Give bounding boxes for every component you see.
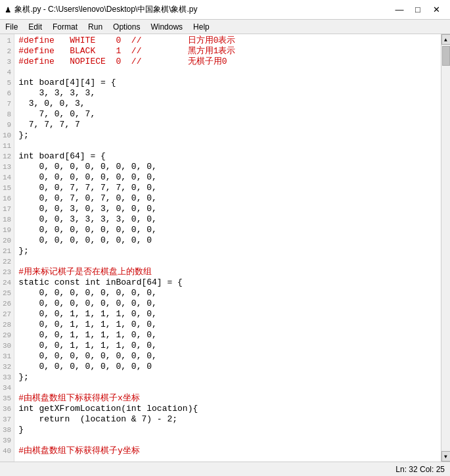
- editor-container: 1234567891011121314151617181920212223242…: [0, 34, 450, 462]
- title-bar-controls: — □ ✕: [391, 3, 445, 17]
- menu-item-format[interactable]: Format: [47, 20, 83, 34]
- minimize-button[interactable]: —: [391, 3, 408, 17]
- code-line: 0, 0, 0, 0, 0, 0, 0, 0,: [18, 172, 437, 183]
- code-line: #由棋盘数组下标获得棋子y坐标: [18, 446, 437, 456]
- code-line: 0, 0, 1, 1, 1, 1, 0, 0,: [18, 330, 437, 341]
- code-line: 0, 0, 1, 1, 1, 1, 0, 0,: [18, 309, 437, 320]
- code-line: 0, 0, 7, 7, 7, 7, 0, 0,: [18, 183, 437, 193]
- scrollbar-y[interactable]: ▲ ▼: [441, 34, 450, 462]
- code-line: #define WHITE 0 // 日方用0表示: [18, 36, 437, 46]
- code-line: ​: [18, 435, 437, 446]
- code-line: #由棋盘数组下标获得棋子x坐标: [18, 393, 437, 404]
- code-line: #用来标记棋子是否在棋盘上的数组: [18, 267, 437, 277]
- code-line: 7, 7, 7, 7: [18, 120, 437, 130]
- scroll-thumb[interactable]: [442, 46, 450, 66]
- code-line: 0, 0, 0, 0, 0, 0, 0, 0,: [18, 225, 437, 235]
- code-line: int getXFromLocation(int location){: [18, 404, 437, 414]
- code-line: int board[64] = {: [18, 151, 437, 162]
- code-line: };: [18, 130, 437, 141]
- code-line: 0, 0, 0, 0, 0, 0, 0, 0: [18, 362, 437, 372]
- code-line: 3, 0, 0, 3,: [18, 99, 437, 109]
- code-line: ​: [18, 67, 437, 78]
- code-line: static const int inBoard[64] = {: [18, 277, 437, 288]
- menu-bar: FileEditFormatRunOptionsWindowsHelp: [0, 20, 450, 34]
- scroll-down-arrow[interactable]: ▼: [441, 451, 451, 462]
- menu-item-help[interactable]: Help: [188, 20, 215, 34]
- code-line: ​: [18, 256, 437, 267]
- code-line: ​: [18, 141, 437, 151]
- code-line: };: [18, 372, 437, 383]
- menu-item-run[interactable]: Run: [83, 20, 108, 34]
- status-bar: Ln: 32 Col: 25: [0, 462, 450, 476]
- code-line: 3, 3, 3, 3,: [18, 88, 437, 99]
- code-line: #define BLACK 1 // 黑方用1表示: [18, 46, 437, 57]
- window-title: 象棋.py - C:\Users\lenovo\Desktop\中国象棋\象棋.…: [14, 4, 197, 15]
- code-line: 0, 0, 3, 0, 3, 0, 0, 0,: [18, 204, 437, 214]
- code-line: ​: [18, 383, 437, 393]
- code-line: 0, 0, 1, 1, 1, 1, 0, 0,: [18, 341, 437, 351]
- menu-item-windows[interactable]: Windows: [145, 20, 188, 34]
- line-numbers: 1234567891011121314151617181920212223242…: [0, 34, 14, 462]
- code-line: 0, 0, 0, 0, 0, 0, 0, 0,: [18, 288, 437, 298]
- title-bar: ♟ 象棋.py - C:\Users\lenovo\Desktop\中国象棋\象…: [0, 0, 450, 20]
- close-button[interactable]: ✕: [428, 3, 445, 17]
- code-line: 0, 0, 0, 0, 0, 0, 0, 0,: [18, 298, 437, 309]
- code-line: 0, 0, 0, 0, 0, 0, 0, 0: [18, 235, 437, 246]
- code-line: 0, 0, 7, 0, 7, 0, 0, 0,: [18, 193, 437, 204]
- code-line: }: [18, 425, 437, 435]
- menu-item-edit[interactable]: Edit: [23, 20, 47, 34]
- app-icon: ♟: [5, 4, 11, 15]
- code-line: #define NOPIECE 0 // 无棋子用0: [18, 57, 437, 67]
- menu-item-options[interactable]: Options: [108, 20, 145, 34]
- maximize-button[interactable]: □: [409, 3, 426, 17]
- code-line: 0, 0, 1, 1, 1, 1, 0, 0,: [18, 320, 437, 330]
- code-line: 0, 0, 0, 0, 0, 0, 0, 0,: [18, 351, 437, 362]
- code-line: return (location & 7) - 2;: [18, 414, 437, 425]
- code-line: 0, 0, 0, 0, 0, 0, 0, 0,: [18, 162, 437, 172]
- scroll-up-arrow[interactable]: ▲: [441, 34, 451, 45]
- code-line: 0, 0, 3, 3, 3, 3, 0, 0,: [18, 214, 437, 225]
- menu-item-file[interactable]: File: [0, 20, 23, 34]
- code-line: int board[4][4] = {: [18, 78, 437, 88]
- code-line: 7, 0, 0, 7,: [18, 109, 437, 120]
- code-line: };: [18, 246, 437, 256]
- title-bar-left: ♟ 象棋.py - C:\Users\lenovo\Desktop\中国象棋\象…: [5, 4, 198, 15]
- line-col-status: Ln: 32 Col: 25: [395, 465, 445, 474]
- code-area[interactable]: #define WHITE 0 // 日方用0表示#define BLACK 1…: [14, 34, 441, 462]
